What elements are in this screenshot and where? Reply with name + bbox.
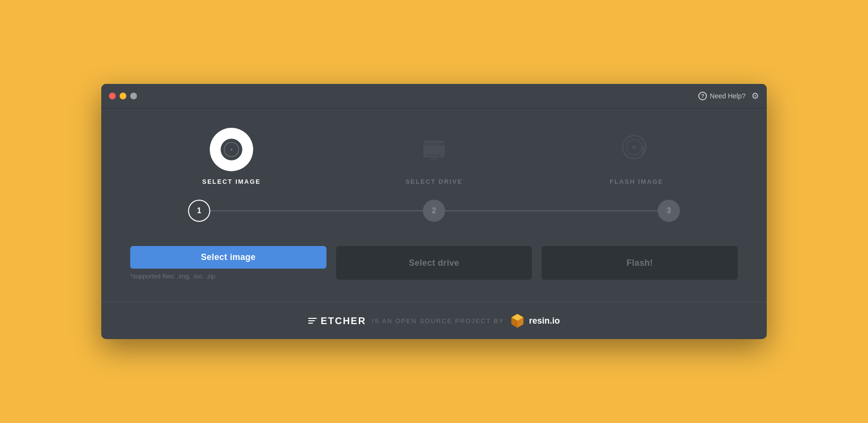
svg-point-14 [632, 145, 636, 149]
footer: ETCHER IS AN OPEN SOURCE PROJECT BY resi… [101, 302, 767, 339]
titlebar-right: ? Need Help? ⚙ [698, 91, 759, 101]
step-2: SELECT DRIVE [333, 128, 535, 185]
gear-icon[interactable]: ⚙ [751, 91, 759, 101]
select-image-button[interactable]: Select image [130, 246, 326, 269]
svg-rect-10 [430, 157, 438, 160]
svg-point-6 [231, 149, 232, 150]
drive-icon [417, 132, 451, 167]
help-link[interactable]: ? Need Help? [698, 92, 746, 100]
supported-files-text: *supported files: .img, .iso, .zip [130, 273, 326, 280]
progress-row: 1 2 3 [130, 200, 738, 222]
resin-cube-icon [510, 313, 525, 328]
etcher-logo: ETCHER [308, 315, 366, 327]
help-icon: ? [698, 92, 707, 100]
step-number-3: 3 [658, 200, 680, 222]
step-1-icon-container [210, 128, 253, 171]
flash-button[interactable]: Flash! [542, 246, 738, 280]
step-3-label: FLASH IMAGE [610, 178, 664, 185]
etcher-lines-icon [308, 318, 317, 324]
main-content: SELECT IMAGE SELECT DRIVE [101, 109, 767, 302]
resin-logo: resin.io [510, 313, 560, 328]
help-label: Need Help? [710, 92, 746, 100]
step-number-1: 1 [188, 200, 210, 222]
steps-row: SELECT IMAGE SELECT DRIVE [130, 128, 738, 185]
step-3-icon-container [615, 128, 658, 171]
etcher-line-2 [308, 320, 315, 321]
window-controls [109, 93, 137, 99]
disc-icon [219, 137, 244, 162]
step-1: SELECT IMAGE [130, 128, 333, 185]
step-2-label: SELECT DRIVE [406, 178, 463, 185]
buttons-row: Select image *supported files: .img, .is… [130, 246, 738, 280]
etcher-line-1 [308, 318, 317, 319]
select-drive-button[interactable]: Select drive [336, 246, 532, 280]
etcher-line-3 [308, 323, 313, 324]
app-window: ? Need Help? ⚙ [101, 84, 767, 339]
etcher-logo-text: ETCHER [321, 315, 366, 327]
step-2-icon-container [412, 128, 456, 171]
svg-point-11 [440, 143, 442, 145]
step-3: FLASH IMAGE [535, 128, 738, 185]
flash-icon [617, 130, 656, 169]
step-1-label: SELECT IMAGE [202, 178, 261, 185]
svg-rect-9 [426, 154, 442, 156]
step-number-2: 2 [423, 200, 445, 222]
maximize-button[interactable] [130, 93, 137, 99]
footer-separator-text: IS AN OPEN SOURCE PROJECT BY [372, 317, 504, 325]
titlebar: ? Need Help? ⚙ [101, 84, 767, 109]
resin-logo-text: resin.io [529, 316, 560, 326]
minimize-button[interactable] [120, 93, 126, 99]
close-button[interactable] [109, 93, 116, 99]
